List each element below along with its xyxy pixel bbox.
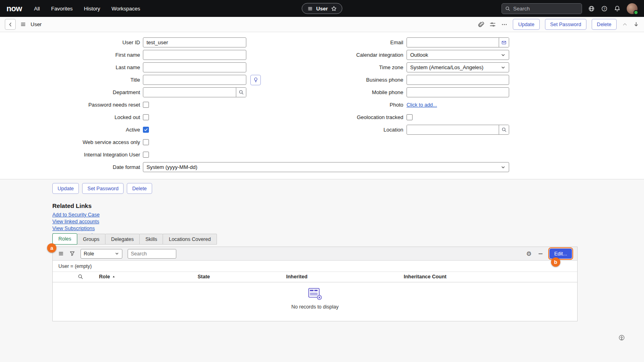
internal-integration-user-checkbox[interactable] [143, 152, 149, 158]
field-label: Time zone [282, 64, 407, 70]
chevron-down-icon [501, 65, 506, 70]
search-field-value: Role [84, 251, 94, 257]
record-context-pill[interactable]: User [302, 3, 343, 14]
header-delete-button[interactable]: Delete [592, 19, 617, 30]
chevron-down-icon [501, 165, 506, 170]
related-list-toolbar: Role ⚙ Edit... [53, 247, 577, 261]
list-settings-gear-icon[interactable]: ⚙ [526, 251, 532, 257]
email-field [407, 37, 509, 47]
photo-add-link[interactable]: Click to add... [407, 102, 437, 108]
department-lookup-button[interactable] [236, 88, 246, 97]
roles-related-list: Role ⚙ Edit... User = (empty) Role State… [52, 247, 578, 321]
notifications-bell-icon[interactable] [614, 5, 621, 12]
field-label: Title [0, 77, 143, 83]
more-options-icon[interactable] [501, 21, 508, 28]
footer-update-button[interactable]: Update [52, 183, 79, 194]
form-right-column: Email Calendar integration Outlook Time … [282, 36, 511, 136]
field-label: Department [0, 89, 143, 95]
time-zone-select[interactable]: System (America/Los_Angeles) [407, 62, 509, 72]
tab-roles[interactable]: Roles [52, 233, 77, 245]
form-row: Photo Click to add... [282, 99, 511, 111]
last-name-input[interactable] [143, 62, 246, 72]
locked-out-checkbox[interactable] [143, 114, 149, 120]
empty-state: No records to display [53, 287, 577, 310]
nav-workspaces[interactable]: Workspaces [111, 6, 140, 12]
form-footer-actions: Update Set Password Delete [52, 183, 152, 194]
date-format-select[interactable]: System (yyyy-MM-dd) [143, 162, 509, 172]
user-avatar[interactable] [627, 3, 638, 14]
field-label: Email [282, 39, 407, 45]
help-icon[interactable] [601, 5, 608, 12]
location-input[interactable] [407, 125, 499, 134]
previous-record-icon[interactable] [622, 21, 628, 27]
calendar-integration-select[interactable]: Outlook [407, 50, 509, 60]
column-inherited[interactable]: Inherited [286, 274, 308, 280]
global-search-input[interactable] [513, 6, 574, 12]
nav-history[interactable]: History [84, 6, 100, 12]
field-label: Geolocation tracked [282, 114, 407, 120]
nav-favorites[interactable]: Favorites [51, 6, 72, 12]
active-checkbox[interactable] [143, 127, 149, 133]
list-breadcrumb[interactable]: User = (empty) [53, 261, 577, 272]
field-label: Locked out [0, 114, 143, 120]
attachment-paperclip-icon[interactable] [478, 21, 484, 28]
link-view-linked-accounts[interactable]: View linked accounts [52, 219, 99, 224]
password-needs-reset-checkbox[interactable] [143, 102, 149, 108]
next-record-icon[interactable] [633, 21, 639, 27]
form-row: Date format System (yyyy-MM-dd) [0, 161, 644, 173]
servicenow-logo[interactable]: now [6, 4, 22, 13]
location-reference-field [407, 125, 509, 135]
business-phone-input[interactable] [407, 75, 509, 85]
department-reference-field [143, 87, 246, 97]
minimize-list-icon[interactable] [538, 251, 543, 257]
footer-delete-button[interactable]: Delete [127, 183, 152, 194]
filter-icon[interactable] [69, 251, 75, 257]
title-input[interactable] [143, 75, 246, 85]
geolocation-tracked-checkbox[interactable] [407, 114, 413, 120]
primary-nav: All Favorites History Workspaces [34, 6, 140, 12]
tab-groups[interactable]: Groups [77, 234, 105, 245]
edit-button[interactable]: Edit... [549, 249, 572, 259]
link-view-subscriptions[interactable]: View Subscriptions [52, 226, 95, 231]
form-context-menu-icon[interactable] [20, 21, 26, 27]
column-role[interactable]: Role [99, 274, 116, 280]
top-navigation-bar: now All Favorites History Workspaces Use… [0, 0, 644, 17]
header-update-button[interactable]: Update [513, 19, 539, 30]
tab-delegates[interactable]: Delegates [105, 234, 140, 245]
first-name-input[interactable] [143, 50, 246, 60]
sort-ascending-icon [111, 275, 116, 279]
empty-state-message: No records to display [53, 304, 577, 310]
email-button[interactable] [499, 38, 509, 47]
mobile-phone-input[interactable] [407, 87, 509, 97]
footer-set-password-button[interactable]: Set Password [82, 183, 124, 194]
language-globe-icon[interactable] [588, 5, 595, 12]
form-header-actions: Update Set Password Delete [478, 19, 639, 30]
email-input[interactable] [407, 38, 499, 47]
field-label: Active [0, 127, 143, 133]
user-id-input[interactable] [143, 37, 246, 47]
related-list-search-input[interactable] [128, 249, 176, 259]
user-form: User ID First name Last name Title Depar… [0, 32, 644, 179]
nav-all[interactable]: All [34, 6, 40, 12]
accessibility-icon[interactable] [618, 334, 625, 341]
star-icon[interactable] [331, 6, 336, 11]
tab-locations-covered[interactable]: Locations Covered [163, 234, 217, 245]
title-suggestion-button[interactable] [250, 75, 261, 85]
list-context-menu-icon[interactable] [58, 251, 64, 257]
back-button[interactable] [5, 19, 16, 30]
page-title: User [31, 21, 41, 27]
global-search[interactable] [502, 3, 582, 14]
record-pill-label: User [316, 6, 328, 12]
web-service-access-only-checkbox[interactable] [143, 139, 149, 145]
tab-skills[interactable]: Skills [139, 234, 163, 245]
search-field-select[interactable]: Role [80, 249, 122, 259]
column-inheritance-count[interactable]: Inheritance Count [404, 274, 446, 280]
department-input[interactable] [143, 88, 236, 97]
header-set-password-button[interactable]: Set Password [545, 19, 586, 30]
location-lookup-button[interactable] [499, 125, 509, 134]
field-label: User ID [0, 39, 143, 45]
column-search-icon[interactable] [78, 274, 83, 280]
personalize-form-icon[interactable] [489, 21, 496, 28]
column-state[interactable]: State [198, 274, 210, 280]
link-add-to-security-case[interactable]: Add to Security Case [52, 212, 99, 218]
